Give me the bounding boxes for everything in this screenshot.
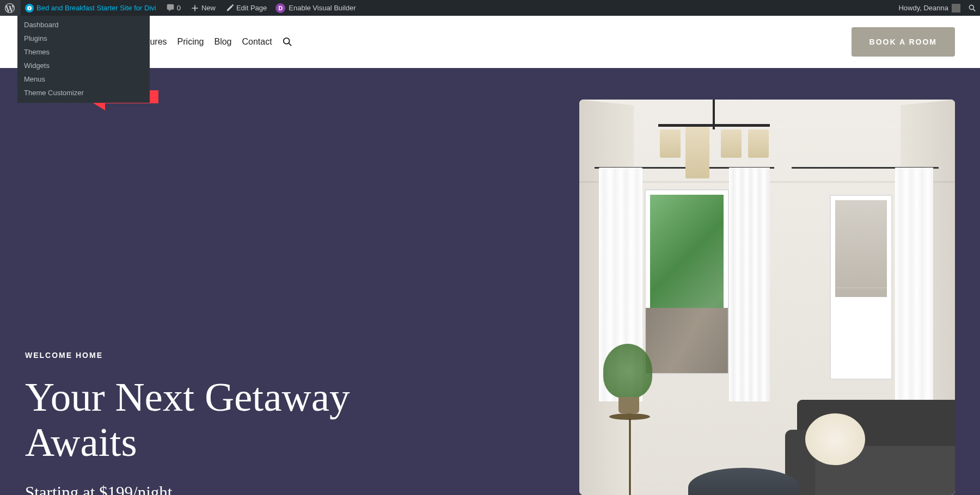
site-dropdown: Dashboard Plugins Themes Widgets Menus T…: [17, 16, 150, 103]
dropdown-themes[interactable]: Themes: [17, 45, 150, 59]
comments-menu[interactable]: 0: [161, 0, 185, 16]
new-label: New: [201, 4, 216, 12]
dropdown-menus[interactable]: Menus: [17, 72, 150, 86]
wp-logo[interactable]: [0, 0, 21, 16]
howdy-label: Howdy, Deanna: [898, 4, 948, 12]
avatar: [952, 4, 960, 13]
site-name-menu[interactable]: Bed and Breakfast Starter Site for Divi: [21, 0, 161, 16]
edit-page-menu[interactable]: Edit Page: [220, 0, 271, 16]
nav-blog[interactable]: Blog: [214, 37, 231, 47]
dropdown-theme-customizer[interactable]: Theme Customizer: [17, 86, 150, 100]
divi-icon: D: [275, 3, 285, 13]
visual-builder-menu[interactable]: D Enable Visual Builder: [271, 0, 360, 16]
site-name-label: Bed and Breakfast Starter Site for Divi: [36, 4, 156, 12]
comments-count: 0: [177, 4, 181, 12]
dashboard-icon: [25, 4, 34, 13]
hero-subtitle: Starting at $199/night: [25, 483, 436, 495]
search-icon: [283, 37, 292, 47]
nav-search[interactable]: [283, 37, 292, 47]
pencil-icon: [224, 3, 235, 14]
new-content-menu[interactable]: New: [185, 0, 220, 16]
wordpress-icon: [4, 3, 15, 14]
hero-section: WELCOME HOME Your Next Getaway Awaits St…: [0, 68, 980, 495]
comments-icon: [165, 3, 176, 14]
admin-search[interactable]: [965, 0, 980, 16]
visual-builder-label: Enable Visual Builder: [289, 4, 356, 12]
svg-point-1: [283, 38, 289, 44]
account-menu[interactable]: Howdy, Deanna: [894, 0, 965, 16]
nav-contact[interactable]: Contact: [242, 37, 272, 47]
nav-pricing[interactable]: Pricing: [177, 37, 204, 47]
hero-title: Your Next Getaway Awaits: [25, 375, 436, 465]
plus-icon: [189, 3, 200, 14]
edit-page-label: Edit Page: [236, 4, 267, 12]
dropdown-widgets[interactable]: Widgets: [17, 59, 150, 72]
dropdown-dashboard[interactable]: Dashboard: [17, 18, 150, 32]
search-icon: [968, 4, 977, 13]
wp-admin-bar: Bed and Breakfast Starter Site for Divi …: [0, 0, 980, 16]
svg-line-2: [289, 44, 291, 46]
hero-image: [579, 100, 955, 495]
nav-features[interactable]: tures: [148, 37, 167, 47]
dropdown-plugins[interactable]: Plugins: [17, 32, 150, 45]
hero-eyebrow: WELCOME HOME: [25, 351, 436, 360]
book-room-button[interactable]: BOOK A ROOM: [852, 27, 955, 57]
